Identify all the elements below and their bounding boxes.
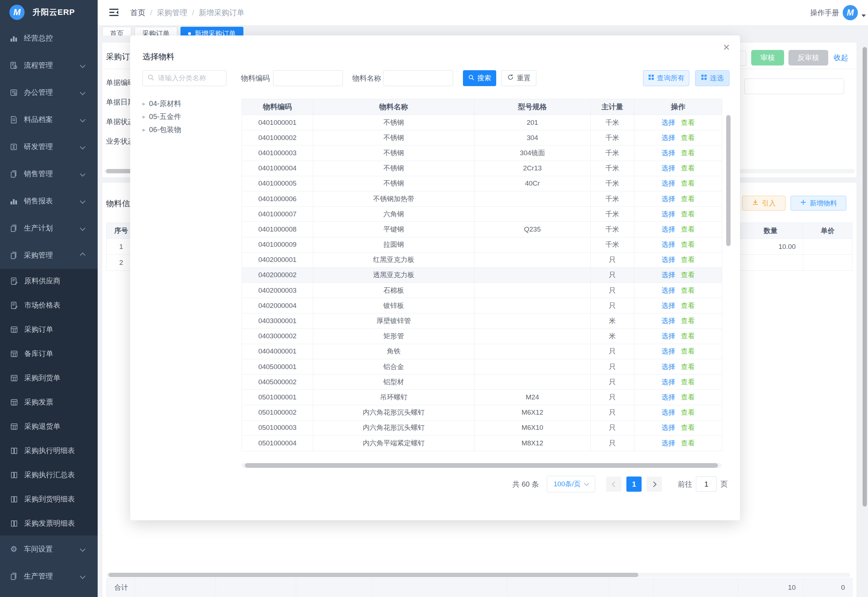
next-page-button[interactable] <box>647 477 662 492</box>
table-row[interactable]: 0501000001吊环螺钉M24只选择查看 <box>242 390 722 405</box>
view-link[interactable]: 查看 <box>681 316 695 326</box>
select-link[interactable]: 选择 <box>662 209 675 219</box>
table-horizontal-scrollbar[interactable] <box>241 463 721 468</box>
query-all-button[interactable]: 查询所有 <box>643 70 689 86</box>
select-link[interactable]: 选择 <box>662 362 675 371</box>
view-link[interactable]: 查看 <box>681 133 695 143</box>
view-link[interactable]: 查看 <box>681 163 695 173</box>
tab-purchase-order[interactable]: 采购订单 <box>135 27 177 36</box>
expand-arrow-icon[interactable]: ▸ <box>142 113 145 120</box>
sidebar-item-raw-supplier[interactable]: 原料供应商 <box>0 269 98 293</box>
sidebar-item-purchase[interactable]: 采购管理 <box>0 242 98 269</box>
view-link[interactable]: 查看 <box>681 255 695 264</box>
select-link[interactable]: 选择 <box>662 301 675 310</box>
sidebar-item-purchase-arrival[interactable]: 采购到货单 <box>0 366 98 390</box>
select-link[interactable]: 选择 <box>662 255 675 264</box>
sidebar-item-purchase-exec-detail[interactable]: 采购执行明细表 <box>0 438 98 463</box>
material-name-input[interactable] <box>384 70 453 86</box>
table-row[interactable]: 0501000002内六角花形沉头螺钉M6X12只选择查看 <box>242 405 722 420</box>
select-link[interactable]: 选择 <box>662 408 675 417</box>
table-row[interactable]: 0501000003内六角花形沉头螺钉M6X10只选择查看 <box>242 420 722 436</box>
breadcrumb-purchase[interactable]: 采购管理 <box>157 7 187 18</box>
view-link[interactable]: 查看 <box>681 149 695 158</box>
view-link[interactable]: 查看 <box>681 194 695 204</box>
order-field-input-2[interactable] <box>744 79 844 94</box>
page-scrollbar[interactable] <box>862 47 867 506</box>
sidebar-item-stock-order[interactable]: 备库订单 <box>0 342 98 366</box>
tab-home[interactable]: 首页 <box>102 27 131 36</box>
select-link[interactable]: 选择 <box>662 240 675 249</box>
view-link[interactable]: 查看 <box>681 331 695 341</box>
table-row[interactable]: 0501000004内六角平端紧定螺钉M8X12只选择查看 <box>242 436 722 451</box>
tree-node[interactable]: ▸06-包装物 <box>142 123 229 136</box>
material-code-input[interactable] <box>273 70 343 86</box>
select-link[interactable]: 选择 <box>662 286 675 295</box>
multi-select-button[interactable]: 连选 <box>695 70 729 86</box>
view-link[interactable]: 查看 <box>681 301 695 310</box>
view-link[interactable]: 查看 <box>681 423 695 432</box>
sidebar-item-purchase-invoice[interactable]: 采购发票 <box>0 390 98 414</box>
table-row[interactable]: 0404000001角铁只选择查看 <box>242 344 722 359</box>
unaudit-button[interactable]: 反审核 <box>788 50 828 65</box>
table-row[interactable]: 0402000002透黑亚克力板只选择查看 <box>242 268 722 283</box>
search-button[interactable]: 搜索 <box>463 70 496 86</box>
import-button[interactable]: 引入 <box>742 196 785 211</box>
sidebar-item-purchase-return[interactable]: 采购退货单 <box>0 414 98 438</box>
breadcrumb-home[interactable]: 首页 <box>130 7 145 18</box>
select-link[interactable]: 选择 <box>662 347 675 356</box>
table-row[interactable]: 0401000001不锈钢201千米选择查看 <box>242 115 722 130</box>
sidebar-item-market-price[interactable]: 市场价格表 <box>0 293 98 317</box>
table-row[interactable]: 0403000002矩形管米选择查看 <box>242 329 722 344</box>
table-row[interactable]: 0405000001铝合金只选择查看 <box>242 359 722 374</box>
audit-button[interactable]: 审核 <box>751 50 784 65</box>
table-vertical-scrollbar[interactable] <box>726 115 730 246</box>
collapse-sidebar-icon[interactable] <box>108 6 120 20</box>
table-row[interactable]: 0402000004镀锌板只选择查看 <box>242 298 722 313</box>
prev-page-button[interactable] <box>606 477 621 492</box>
view-link[interactable]: 查看 <box>681 209 695 219</box>
view-link[interactable]: 查看 <box>681 362 695 371</box>
user-avatar[interactable]: M <box>843 5 858 20</box>
table-row[interactable]: 0401000002不锈钢304千米选择查看 <box>242 130 722 146</box>
close-icon[interactable]: × <box>723 41 730 53</box>
view-link[interactable]: 查看 <box>681 118 695 127</box>
sidebar-item-purchase-arrival-detail[interactable]: 采购到货明细表 <box>0 487 98 511</box>
table-row[interactable]: 0401000008平键钢Q235千米选择查看 <box>242 222 722 237</box>
view-link[interactable]: 查看 <box>681 438 695 448</box>
sidebar-item-workshop-settings[interactable]: ⚙车间设置 <box>0 536 98 563</box>
select-link[interactable]: 选择 <box>662 194 675 204</box>
table-row[interactable]: 0401000003不锈钢304镜面千米选择查看 <box>242 146 722 160</box>
view-link[interactable]: 查看 <box>681 392 695 402</box>
table-row[interactable]: 0401000007六角钢千米选择查看 <box>242 206 722 222</box>
view-link[interactable]: 查看 <box>681 347 695 356</box>
table-row[interactable]: 0403000001厚壁镀锌管米选择查看 <box>242 313 722 328</box>
sidebar-item-purchase-invoice-detail[interactable]: 采购发票明细表 <box>0 511 98 536</box>
select-link[interactable]: 选择 <box>662 270 675 280</box>
select-link[interactable]: 选择 <box>662 133 675 143</box>
expand-arrow-icon[interactable]: ▸ <box>142 126 145 133</box>
sidebar-item-machining-workshop[interactable]: 加工车间 <box>0 590 98 597</box>
sidebar-item-overview[interactable]: 经营总控 <box>0 25 98 52</box>
tree-node[interactable]: ▸04-原材料 <box>142 97 229 110</box>
view-link[interactable]: 查看 <box>681 286 695 295</box>
table-row[interactable]: 0401000004不锈钢2Cr13千米选择查看 <box>242 161 722 176</box>
table-row[interactable]: 0401000009拉圆钢千米选择查看 <box>242 238 722 252</box>
page-size-select[interactable]: 100条/页 <box>547 476 595 492</box>
sidebar-item-sales-report[interactable]: 销售报表 <box>0 187 98 215</box>
manual-link[interactable]: 操作手册 <box>810 0 839 25</box>
select-link[interactable]: 选择 <box>662 316 675 326</box>
sidebar-item-production-plan[interactable]: 生产计划 <box>0 215 98 242</box>
sidebar-item-purchase-order[interactable]: 采购订单 <box>0 317 98 342</box>
add-material-button[interactable]: 新增物料 <box>791 196 846 211</box>
sidebar-item-purchase-exec-summary[interactable]: 采购执行汇总表 <box>0 463 98 487</box>
select-link[interactable]: 选择 <box>662 392 675 402</box>
goto-page-input[interactable] <box>696 477 717 492</box>
select-link[interactable]: 选择 <box>662 377 675 387</box>
horizontal-scrollbar[interactable] <box>106 573 850 577</box>
select-link[interactable]: 选择 <box>662 163 675 173</box>
tab-active[interactable]: 新增采购订单 <box>181 27 243 36</box>
select-link[interactable]: 选择 <box>662 423 675 432</box>
table-row[interactable]: 0401000006不锈钢加热带千米选择查看 <box>242 192 722 206</box>
select-link[interactable]: 选择 <box>662 118 675 127</box>
sidebar-item-sales[interactable]: 销售管理 <box>0 160 98 187</box>
